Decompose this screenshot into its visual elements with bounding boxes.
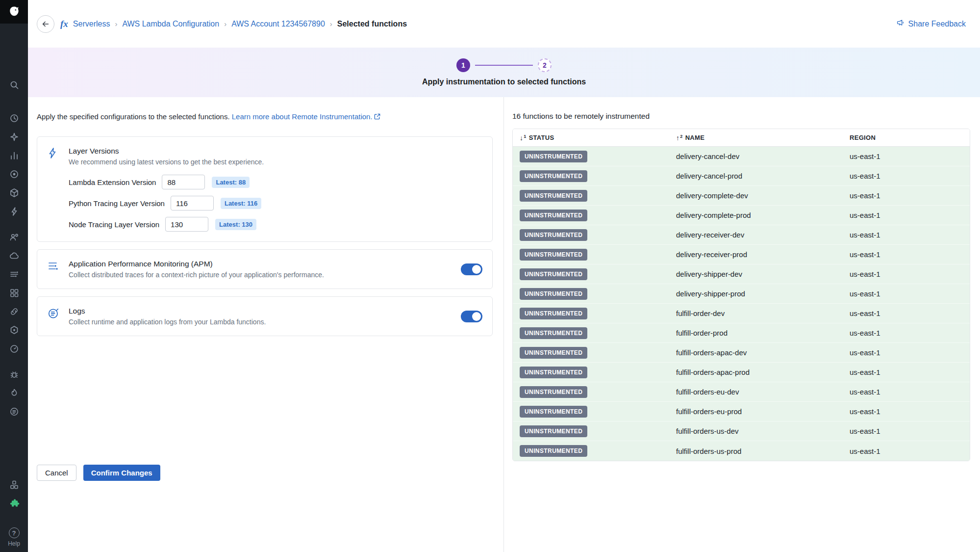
latest-version-badge: Latest: 130 xyxy=(215,219,256,230)
function-region: us-east-1 xyxy=(850,447,970,455)
organization-icon[interactable] xyxy=(9,232,20,242)
function-name: fulfill-orders-us-dev xyxy=(676,427,850,435)
share-feedback-link[interactable]: Share Feedback xyxy=(896,19,966,29)
column-label: NAME xyxy=(685,134,704,141)
history-icon[interactable] xyxy=(9,113,20,124)
function-name: fulfill-orders-us-prod xyxy=(676,447,850,455)
infrastructure-icon[interactable] xyxy=(9,187,20,198)
status-badge: UNINSTRUMENTED xyxy=(520,268,587,280)
function-name: delivery-receiver-dev xyxy=(676,231,850,239)
back-button[interactable] xyxy=(37,15,54,33)
watchdog-sparkles-icon[interactable] xyxy=(9,131,20,142)
function-name: fulfill-order-dev xyxy=(676,309,850,317)
layer-version-row: Lambda Extension VersionLatest: 88 xyxy=(69,175,482,189)
function-row: UNINSTRUMENTEDdelivery-complete-devus-ea… xyxy=(513,186,970,206)
latest-version-badge: Latest: 88 xyxy=(212,177,250,188)
function-name: delivery-cancel-dev xyxy=(676,152,850,160)
status-badge: UNINSTRUMENTED xyxy=(520,229,587,241)
bolt-icon xyxy=(47,147,61,232)
function-region: us-east-1 xyxy=(850,388,970,396)
back-arrow-icon xyxy=(41,20,50,28)
function-region: us-east-1 xyxy=(850,368,970,376)
column-header-name[interactable]: ↑2NAME xyxy=(676,134,850,141)
function-row: UNINSTRUMENTEDdelivery-cancel-produs-eas… xyxy=(513,166,970,186)
content: Apply the specified configurations to th… xyxy=(28,97,980,552)
function-row: UNINSTRUMENTEDdelivery-receiver-produs-e… xyxy=(513,245,970,264)
cloud-icon[interactable] xyxy=(9,250,20,261)
apm-subtitle: Collect distributed traces for a context… xyxy=(69,271,453,279)
ci-gauge-icon[interactable] xyxy=(9,343,20,354)
datadog-logo[interactable] xyxy=(0,0,28,24)
layer-version-row: Python Tracing Layer VersionLatest: 116 xyxy=(69,196,482,210)
wizard-banner: 1 2 Apply instrumentation to selected fu… xyxy=(28,48,980,97)
function-region: us-east-1 xyxy=(850,329,970,337)
monitors-icon[interactable] xyxy=(9,169,20,180)
learn-more-link[interactable]: Learn more about Remote Instrumentation. xyxy=(232,112,381,121)
status-badge: UNINSTRUMENTED xyxy=(520,308,587,319)
function-name: fulfill-order-prod xyxy=(676,329,850,337)
confirm-changes-button[interactable]: Confirm Changes xyxy=(83,465,160,481)
function-region: us-east-1 xyxy=(850,270,970,278)
layer-version-row: Node Tracing Layer VersionLatest: 130 xyxy=(69,217,482,232)
function-region: us-east-1 xyxy=(850,250,970,259)
help-icon: ? xyxy=(9,527,20,538)
apm-icon[interactable] xyxy=(9,269,20,280)
external-link-icon xyxy=(373,112,381,121)
bug-icon[interactable] xyxy=(9,369,20,380)
serverless-icon[interactable] xyxy=(9,206,20,217)
function-region: us-east-1 xyxy=(850,407,970,416)
function-region: us-east-1 xyxy=(850,211,970,219)
function-region: us-east-1 xyxy=(850,191,970,200)
logs-icon[interactable] xyxy=(9,406,20,417)
column-header-region[interactable]: REGION xyxy=(850,134,970,141)
python-tracing-layer-version-input[interactable] xyxy=(171,196,214,210)
status-badge: UNINSTRUMENTED xyxy=(520,445,587,457)
function-row: UNINSTRUMENTEDdelivery-complete-produs-e… xyxy=(513,206,970,225)
apm-title: Application Performance Monitoring (APM) xyxy=(69,260,453,268)
logs-title: Logs xyxy=(69,307,453,315)
function-row: UNINSTRUMENTEDfulfill-order-devus-east-1 xyxy=(513,304,970,323)
function-row: UNINSTRUMENTEDfulfill-orders-apac-produs… xyxy=(513,363,970,382)
breadcrumb-item[interactable]: Serverless xyxy=(73,20,110,28)
integrations-link-icon[interactable] xyxy=(9,306,20,317)
function-region: us-east-1 xyxy=(850,427,970,435)
status-badge: UNINSTRUMENTED xyxy=(520,327,587,339)
blocks-icon[interactable] xyxy=(9,479,20,490)
logs-card: Logs Collect runtime and application log… xyxy=(37,296,493,336)
security-icon[interactable] xyxy=(9,325,20,336)
layer-version-label: Node Tracing Layer Version xyxy=(69,220,159,229)
lambda-extension-version-input[interactable] xyxy=(162,175,205,189)
column-header-status[interactable]: ↓1STATUS xyxy=(513,134,676,141)
step-2-indicator: 2 xyxy=(538,58,552,72)
intro-sentence: Apply the specified configurations to th… xyxy=(37,112,230,121)
function-region: us-east-1 xyxy=(850,309,970,317)
megaphone-icon xyxy=(896,19,905,29)
error-tracking-icon[interactable] xyxy=(9,388,20,398)
logs-subtitle: Collect runtime and application logs fro… xyxy=(69,318,453,326)
apm-toggle[interactable] xyxy=(461,263,482,275)
layer-version-rows: Lambda Extension VersionLatest: 88Python… xyxy=(69,175,482,232)
status-badge: UNINSTRUMENTED xyxy=(520,190,587,202)
function-region: us-east-1 xyxy=(850,289,970,298)
node-tracing-layer-version-input[interactable] xyxy=(165,217,208,232)
help-label: Help xyxy=(8,540,20,547)
help-button[interactable]: ? Help xyxy=(8,527,20,547)
cancel-button[interactable]: Cancel xyxy=(37,465,76,481)
breadcrumb-item[interactable]: AWS Lambda Configuration xyxy=(122,20,219,28)
topbar: fx Serverless›AWS Lambda Configuration›A… xyxy=(28,0,980,48)
search-icon[interactable] xyxy=(9,79,20,90)
function-name: delivery-cancel-prod xyxy=(676,172,850,180)
app-root: ? Help fx Serverless›AWS Lambda Configur… xyxy=(0,0,980,552)
function-row: UNINSTRUMENTEDfulfill-orders-us-produs-e… xyxy=(513,441,970,461)
function-name: delivery-complete-dev xyxy=(676,191,850,200)
action-buttons: Cancel Confirm Changes xyxy=(37,465,493,552)
breadcrumb-item[interactable]: AWS Account 1234567890 xyxy=(231,20,325,28)
dashboards-icon[interactable] xyxy=(9,288,20,298)
function-row: UNINSTRUMENTEDfulfill-orders-us-devus-ea… xyxy=(513,421,970,441)
function-name: delivery-shipper-prod xyxy=(676,289,850,298)
logs-toggle[interactable] xyxy=(461,311,482,322)
metrics-icon[interactable] xyxy=(9,150,20,161)
marketplace-puzzle-icon[interactable] xyxy=(9,498,20,509)
stepper: 1 2 xyxy=(456,58,552,72)
function-row: UNINSTRUMENTEDdelivery-receiver-devus-ea… xyxy=(513,225,970,245)
